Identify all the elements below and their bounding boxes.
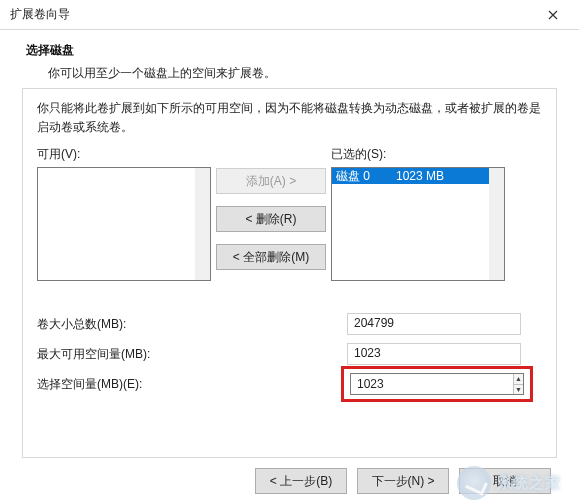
close-button[interactable] xyxy=(533,1,573,29)
total-size-label: 卷大小总数(MB): xyxy=(37,316,347,333)
header-title: 选择磁盘 xyxy=(26,42,569,59)
size-rows: 卷大小总数(MB): 204799 最大可用空间量(MB): 1023 选择空间… xyxy=(23,281,556,399)
select-size-row: 选择空间量(MB)(E): ▲ ▼ xyxy=(37,369,542,399)
remove-button[interactable]: < 删除(R) xyxy=(216,206,326,232)
close-icon xyxy=(548,10,558,20)
wizard-header: 选择磁盘 你可以用至少一个磁盘上的空间来扩展卷。 xyxy=(0,30,579,92)
spinner-down-button[interactable]: ▼ xyxy=(514,384,523,395)
header-description: 你可以用至少一个磁盘上的空间来扩展卷。 xyxy=(26,65,569,82)
intro-text: 你只能将此卷扩展到如下所示的可用空间，因为不能将磁盘转换为动态磁盘，或者被扩展的… xyxy=(23,89,556,140)
content-panel: 你只能将此卷扩展到如下所示的可用空间，因为不能将磁盘转换为动态磁盘，或者被扩展的… xyxy=(22,88,557,458)
add-button[interactable]: 添加(A) > xyxy=(216,168,326,194)
scrollbar[interactable] xyxy=(489,168,504,280)
transfer-buttons: 添加(A) > < 删除(R) < 全部删除(M) xyxy=(211,146,331,270)
window-title: 扩展卷向导 xyxy=(10,6,70,23)
total-size-row: 卷大小总数(MB): 204799 xyxy=(37,309,542,339)
list-item[interactable]: 磁盘 0 1023 MB xyxy=(332,168,504,184)
cancel-button[interactable]: 取消 xyxy=(459,468,551,494)
selected-column: 已选的(S): 磁盘 0 1023 MB xyxy=(331,146,505,281)
title-bar: 扩展卷向导 xyxy=(0,0,579,30)
scrollbar[interactable] xyxy=(195,168,210,280)
selected-label: 已选的(S): xyxy=(331,146,505,163)
disk-columns: 可用(V): 添加(A) > < 删除(R) < 全部删除(M) 已选的(S):… xyxy=(23,140,556,281)
max-size-row: 最大可用空间量(MB): 1023 xyxy=(37,339,542,369)
disk-name: 磁盘 0 xyxy=(336,168,370,185)
spinner-up-button[interactable]: ▲ xyxy=(514,374,523,384)
wizard-footer: < 上一步(B) 下一步(N) > 取消 xyxy=(0,458,579,504)
select-size-spinner[interactable]: ▲ ▼ xyxy=(350,373,524,395)
total-size-value: 204799 xyxy=(347,313,521,335)
max-available-label: 最大可用空间量(MB): xyxy=(37,346,347,363)
next-button[interactable]: 下一步(N) > xyxy=(357,468,449,494)
select-size-input[interactable] xyxy=(351,374,513,394)
spinner-buttons: ▲ ▼ xyxy=(513,374,523,394)
available-label: 可用(V): xyxy=(37,146,211,163)
available-column: 可用(V): xyxy=(37,146,211,281)
selected-listbox[interactable]: 磁盘 0 1023 MB xyxy=(331,167,505,281)
back-button[interactable]: < 上一步(B) xyxy=(255,468,347,494)
highlight-box: ▲ ▼ xyxy=(341,366,533,402)
max-available-value: 1023 xyxy=(347,343,521,365)
available-listbox[interactable] xyxy=(37,167,211,281)
remove-all-button[interactable]: < 全部删除(M) xyxy=(216,244,326,270)
disk-size: 1023 MB xyxy=(396,169,444,183)
select-size-label: 选择空间量(MB)(E): xyxy=(37,376,347,393)
